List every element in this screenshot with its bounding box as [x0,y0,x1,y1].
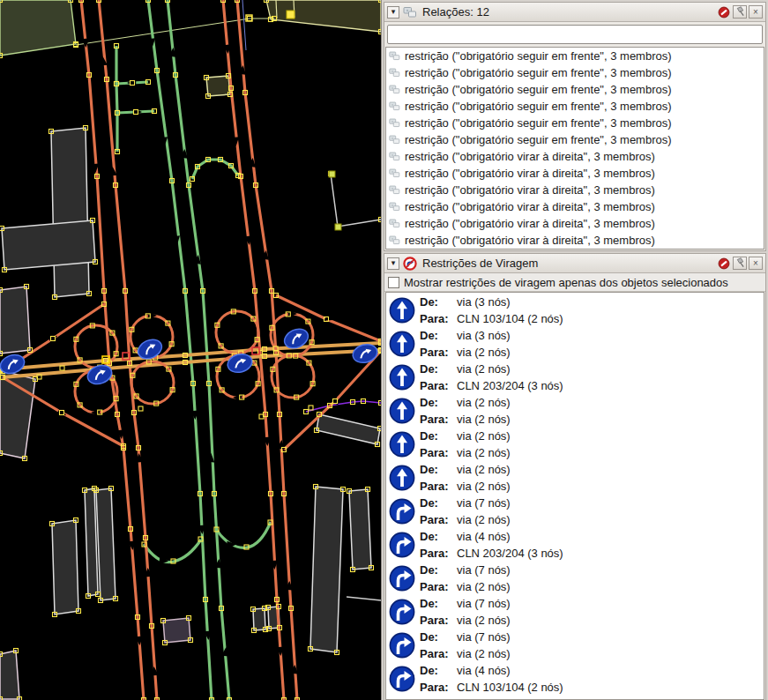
relation-list-item[interactable]: restrição ("obrigatório seguir em frente… [386,98,764,115]
turn-restriction-item[interactable]: De:via (4 nós) Para:CLN 103/104 (2 nós) [386,662,764,696]
from-value: via (7 nós) [457,563,511,577]
relations-panel-title: Relações: 12 [422,5,489,19]
from-label: De: [420,461,457,478]
relation-item-label: restrição ("obrigatório virar à direita"… [405,167,655,180]
to-value: via (2 nós) [457,413,511,426]
turn-restriction-item[interactable]: De:via (7 nós) Para:via (2 nós) [386,595,764,629]
relation-list-item[interactable]: restrição ("obrigatório virar à direita"… [386,198,764,215]
relation-item-label: restrição ("obrigatório virar à direita"… [405,200,655,213]
to-value: CLN 103/104 (2 nós) [457,312,563,325]
turn-restriction-item[interactable]: De:via (7 nós) Para:via (2 nós) [386,629,764,662]
to-value: via (2 nós) [457,647,511,660]
relation-list-item[interactable]: restrição ("obrigatório seguir em frente… [386,64,764,81]
straight-arrow-icon [389,465,415,491]
relation-item-label: restrição ("obrigatório seguir em frente… [405,100,672,113]
to-label: Para: [420,478,457,495]
turn-restriction-item[interactable]: De:via (4 nós) Para:CLN 203/204 (3 nós) [386,528,764,562]
to-label: Para: [420,411,457,428]
to-value: CLN 203/204 (3 nós) [457,379,563,392]
from-label: De: [420,495,457,511]
from-value: via (2 nós) [457,362,511,376]
from-label: De: [420,528,457,545]
right-turn-arrow-icon [389,632,415,659]
from-value: via (7 nós) [457,496,511,510]
relation-icon [389,218,400,229]
from-value: via (4 nós) [457,664,511,677]
to-value: via (2 nós) [457,446,511,459]
turn-restriction-item[interactable]: De:via (2 nós) Para:CLN 203/204 (3 nós) [386,361,764,394]
relation-icon [389,168,400,179]
to-value: via (2 nós) [457,346,511,359]
relation-item-label: restrição ("obrigatório seguir em frente… [405,49,672,63]
relation-list-item[interactable]: restrição ("obrigatório seguir em frente… [386,48,764,64]
straight-arrow-icon [389,297,415,324]
pin-icon[interactable] [733,257,747,270]
to-value: CLN 103/104 (2 nós) [457,681,563,694]
from-value: via (2 nós) [457,429,511,443]
collapse-icon[interactable]: ▾ [387,257,399,270]
from-label: De: [420,361,457,377]
from-value: via (2 nós) [457,463,511,476]
show-selected-only-row: Mostrar restrições de viragem apenas dos… [384,273,765,292]
from-value: via (3 nós) [457,295,511,309]
relation-item-label: restrição ("obrigatório virar à direita"… [405,183,655,197]
relation-list-item[interactable]: restrição ("obrigatório seguir em frente… [386,131,764,148]
relation-item-label: restrição ("obrigatório virar à direita"… [405,234,655,247]
relation-list-item[interactable]: restrição ("obrigatório virar à direita"… [386,232,764,249]
relation-item-label: restrição ("obrigatório virar à direita"… [405,217,655,230]
right-turn-arrow-icon [389,565,415,592]
to-value: via (2 nós) [457,513,511,526]
map-canvas[interactable] [0,0,381,700]
turn-restriction-item[interactable]: De:via (3 nós) Para:via (2 nós) [386,327,764,361]
turn-restrictions-list[interactable]: De:via (3 nós) Para:CLN 103/104 (2 nós) … [385,292,764,700]
from-label: De: [420,629,457,645]
from-value: via (7 nós) [457,630,511,644]
to-label: Para: [420,545,457,562]
to-value: via (2 nós) [457,614,511,627]
close-icon[interactable]: × [749,5,763,19]
from-value: via (2 nós) [457,396,511,409]
relation-icon [389,67,400,78]
turn-restriction-item[interactable]: De:via (2 nós) Para:via (2 nós) [386,461,764,495]
from-value: via (3 nós) [457,329,511,342]
collapse-icon[interactable]: ▾ [387,6,399,19]
relation-item-label: restrição ("obrigatório seguir em frente… [405,133,672,146]
to-label: Para: [420,511,457,528]
to-label: Para: [420,444,457,461]
to-label: Para: [420,310,457,327]
turn-restriction-item[interactable]: De:via (7 nós) Para:via (2 nós) [386,562,764,595]
straight-arrow-icon [389,364,415,391]
sticky-toggle-icon[interactable] [717,5,731,19]
relations-list[interactable]: restrição ("obrigatório seguir em frente… [385,47,764,249]
pin-icon[interactable] [733,5,747,19]
relation-icon [389,151,400,162]
relation-icon [389,117,400,129]
relation-list-item[interactable]: restrição ("obrigatório virar à direita"… [386,215,764,232]
turn-panel-header: ▾ Restrições de Viragem × [384,254,765,273]
relation-list-item[interactable]: restrição ("obrigatório seguir em frente… [386,81,764,98]
relations-panel-header: ▾ Relações: 12 × [384,3,765,22]
map-view[interactable] [0,0,381,700]
relation-list-item[interactable]: restrição ("obrigatório virar à direita"… [386,182,764,198]
no-right-turn-icon [403,257,417,271]
turn-restriction-item[interactable]: De:via (2 nós) Para:via (2 nós) [386,394,764,428]
to-value: via (2 nós) [457,480,511,493]
show-selected-only-checkbox[interactable] [388,277,399,288]
relation-filter-input[interactable] [387,25,763,44]
to-label: Para: [420,344,457,361]
turn-restriction-item[interactable]: De:via (7 nós) Para:via (2 nós) [386,495,764,528]
from-label: De: [420,394,457,411]
relation-list-item[interactable]: restrição ("obrigatório seguir em frente… [386,115,764,131]
close-icon[interactable]: × [749,257,763,270]
sticky-toggle-icon[interactable] [717,257,731,270]
relation-list-item[interactable]: restrição ("obrigatório virar à direita"… [386,148,764,165]
from-value: via (4 nós) [457,530,511,543]
to-label: Para: [420,377,457,394]
turn-restriction-item[interactable]: De:via (2 nós) Para:via (2 nós) [386,428,764,461]
turn-restriction-item[interactable]: De:via (3 nós) Para:CLN 103/104 (2 nós) [386,294,764,327]
relation-list-item[interactable]: restrição ("obrigatório virar à direita"… [386,165,764,182]
to-label: Para: [420,645,457,662]
to-label: Para: [420,679,457,696]
relation-icon [389,134,400,145]
from-label: De: [420,327,457,344]
